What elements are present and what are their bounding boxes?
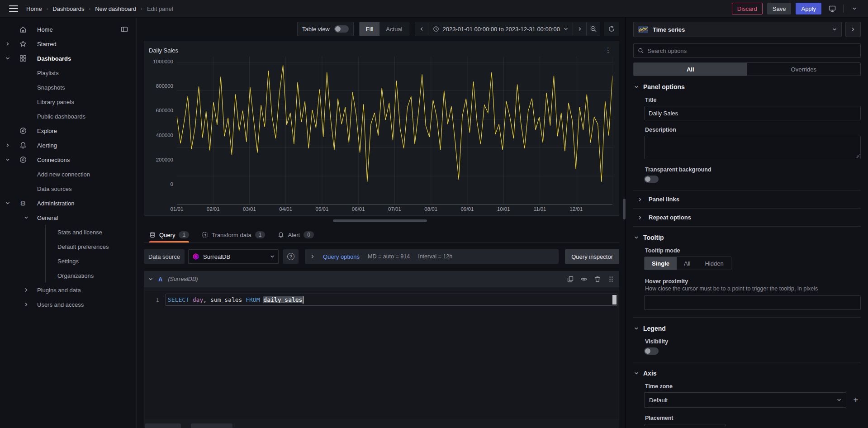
sidebar-item-data-sources[interactable]: Data sources (0, 181, 136, 196)
sidebar-item-plugins-and-data[interactable]: Plugins and data (0, 283, 136, 297)
horizontal-scrollbar[interactable] (333, 219, 427, 222)
sidebar-item-label: Plugins and data (37, 287, 81, 294)
panel-description-textarea[interactable] (644, 136, 861, 159)
monitor-icon[interactable] (826, 3, 839, 14)
sidebar-item-add-new-connection[interactable]: Add new connection (0, 167, 136, 181)
sql-code-editor[interactable]: 1 SELECT day, sum_sales FROM daily_sales (145, 291, 618, 419)
visualization-picker[interactable]: Time series (633, 22, 842, 37)
section-axis[interactable]: Axis (633, 362, 861, 377)
add-expression-button[interactable] (191, 423, 232, 428)
hover-proximity-input[interactable] (644, 295, 861, 310)
placement-control-cutoff[interactable] (644, 424, 726, 426)
tab-transform-data[interactable]: Transform data 1 (202, 231, 265, 243)
datasource-label: Data source (144, 249, 185, 264)
save-button[interactable]: Save (767, 3, 792, 14)
transparent-background-toggle[interactable] (644, 176, 659, 183)
sidebar-item-playlists[interactable]: Playlists (0, 66, 136, 80)
add-timezone-button[interactable]: + (851, 395, 861, 405)
fill-option[interactable]: Fill (360, 22, 380, 36)
sidebar-item-home[interactable]: Home (0, 22, 136, 37)
resize-grip-icon[interactable] (855, 154, 859, 158)
options-search[interactable] (633, 43, 861, 58)
sidebar-item-label: Public dashboards (37, 113, 85, 120)
drag-handle-icon[interactable] (607, 276, 615, 283)
sidebar-item-label: Data sources (37, 185, 72, 192)
time-series-chart[interactable]: 01/0102/0103/0104/0105/0106/0107/0108/01… (177, 57, 612, 204)
sidebar-item-users-and-access[interactable]: Users and access (0, 297, 136, 312)
query-inspector-button[interactable]: Query inspector (565, 249, 619, 264)
datasource-select[interactable]: SurrealDB (188, 249, 279, 264)
sidebar-item-alerting[interactable]: Alerting (0, 138, 136, 152)
sidebar-item-label: Explore (37, 128, 57, 134)
breadcrumb-home[interactable]: Home (26, 5, 42, 12)
tab-all-options[interactable]: All (634, 63, 747, 76)
sidebar-item-administration[interactable]: ⚙ Administration (0, 196, 136, 210)
collapse-options-pane-button[interactable] (845, 22, 861, 37)
section-legend[interactable]: Legend (633, 318, 861, 332)
table-view-toggle[interactable] (334, 25, 349, 33)
sidebar-item-label: General (37, 214, 58, 221)
chevron-down-icon[interactable] (848, 3, 861, 14)
sidebar-item-settings[interactable]: Settings (46, 254, 136, 268)
sql-keyword: FROM (246, 296, 263, 303)
clock-icon (433, 26, 439, 32)
section-label: Panel options (643, 83, 685, 90)
surrealdb-logo-icon (192, 253, 199, 260)
tab-query[interactable]: Query 1 (149, 231, 189, 243)
sidebar-item-explore[interactable]: Explore (0, 124, 136, 138)
title-field-label: Title (645, 97, 861, 103)
chevron-down-icon (270, 254, 275, 259)
sidebar-item-dashboards[interactable]: Dashboards (0, 51, 136, 66)
chevron-down-icon (564, 27, 568, 31)
zoom-out-button[interactable] (587, 22, 600, 36)
tab-overrides[interactable]: Overrides (747, 63, 861, 76)
query-editor-header[interactable]: A (SurrealDB) (144, 271, 619, 287)
datasource-help-button[interactable]: ? (283, 249, 299, 264)
add-query-button[interactable] (145, 423, 181, 428)
menu-icon[interactable] (9, 5, 18, 12)
panel-title[interactable]: Daily Sales (149, 47, 178, 54)
sidebar-item-library-panels[interactable]: Library panels (0, 95, 136, 109)
section-panel-options[interactable]: Panel options (633, 76, 861, 90)
actual-option[interactable]: Actual (379, 22, 408, 36)
repeat-options-collapse[interactable]: Repeat options (633, 209, 861, 226)
time-shift-back-button[interactable] (415, 22, 428, 36)
dock-sidebar-icon[interactable] (121, 26, 128, 34)
section-label: Legend (643, 325, 666, 332)
sql-query-line[interactable]: SELECT day, sum_sales FROM daily_sales (166, 294, 617, 306)
sidebar-item-general[interactable]: General (0, 210, 136, 225)
sidebar-item-organizations[interactable]: Organizations (46, 268, 136, 283)
query-options-label: Query options (323, 253, 360, 260)
legend-visibility-toggle[interactable] (644, 347, 659, 355)
duplicate-query-icon[interactable] (567, 276, 574, 283)
hide-response-icon[interactable] (580, 276, 588, 283)
sidebar-item-starred[interactable]: Starred (0, 37, 136, 51)
panel-title-input[interactable] (644, 106, 861, 120)
refresh-button[interactable] (604, 22, 619, 36)
apply-button[interactable]: Apply (796, 3, 821, 14)
options-search-input[interactable] (647, 48, 856, 54)
panel-links-collapse[interactable]: Panel links (633, 190, 861, 208)
panel-menu-icon[interactable]: ⋮ (604, 46, 612, 54)
fill-actual-group: Fill Actual (359, 22, 409, 36)
section-tooltip[interactable]: Tooltip (633, 227, 861, 241)
vertical-scrollbar[interactable] (623, 199, 626, 219)
sidebar-item-snapshots[interactable]: Snapshots (0, 80, 136, 95)
tooltip-mode-all[interactable]: All (677, 257, 697, 270)
tooltip-mode-single[interactable]: Single (645, 257, 677, 270)
query-options-collapse[interactable]: Query options MD = auto = 914 Interval =… (305, 249, 559, 264)
timezone-select[interactable]: Default (644, 392, 846, 408)
breadcrumb-dashboards[interactable]: Dashboards (52, 5, 84, 12)
remove-query-icon[interactable] (594, 276, 601, 283)
panel-toolbar: Table view Fill Actual 2023-01-01 00:00:… (144, 22, 619, 36)
time-range-button[interactable]: 2023-01-01 00:00:00 to 2023-12-31 00:00:… (428, 22, 574, 36)
time-shift-forward-button[interactable] (573, 22, 587, 36)
sidebar-item-connections[interactable]: Connections (0, 152, 136, 167)
sidebar-item-default-preferences[interactable]: Default preferences (46, 239, 136, 254)
tooltip-mode-hidden[interactable]: Hidden (697, 257, 730, 270)
discard-button[interactable]: Discard (732, 3, 763, 14)
sidebar-item-stats-and-license[interactable]: Stats and license (46, 225, 136, 239)
sidebar-item-public-dashboards[interactable]: Public dashboards (0, 109, 136, 124)
breadcrumb-new-dashboard[interactable]: New dashboard (95, 5, 136, 12)
tab-alert[interactable]: Alert 0 (278, 231, 313, 243)
